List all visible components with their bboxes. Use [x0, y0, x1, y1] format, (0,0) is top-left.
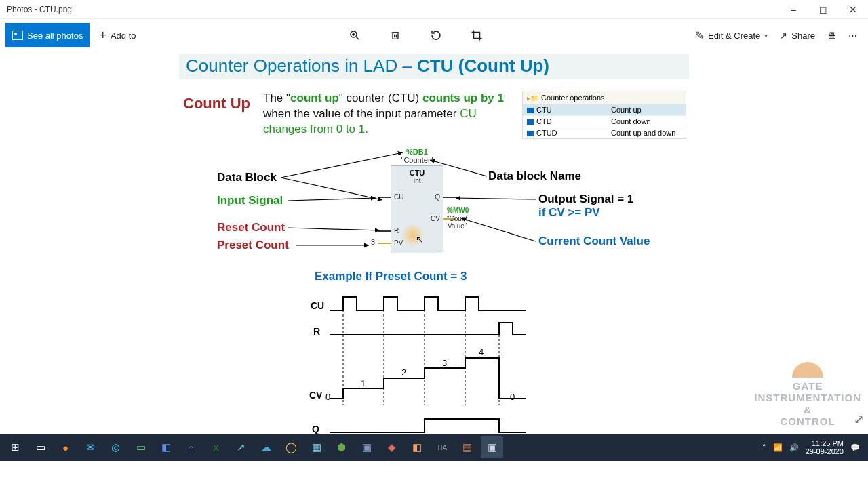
- ann-preset-count: Preset Count: [217, 239, 289, 252]
- legend-row-ctu: CTUCount up: [523, 104, 686, 116]
- edit-create-label: Edit & Create: [708, 30, 760, 41]
- svg-text:Q: Q: [312, 424, 319, 434]
- taskbar-app[interactable]: TIA: [431, 436, 453, 458]
- photos-toolbar: See all photos + Add to ✎ Edit & Create …: [0, 19, 868, 52]
- plus-icon: +: [99, 29, 106, 41]
- tray-clock[interactable]: 11:25 PM 29-09-2020: [806, 439, 844, 455]
- legend-row-ctud: CTUDCount up and down: [523, 127, 686, 138]
- slide-image: Counter Operations in LAD – CTU (Count U…: [179, 54, 689, 458]
- highlight-glow: [401, 223, 425, 247]
- taskbar-app[interactable]: ◯: [280, 436, 302, 458]
- tray-notifications-icon[interactable]: 💬: [850, 443, 860, 452]
- block-type: CTU: [391, 166, 443, 177]
- taskbar-app[interactable]: ◧: [406, 436, 428, 458]
- system-tray[interactable]: ˄ 📶 🔊 11:25 PM 29-09-2020 💬: [762, 439, 865, 455]
- svg-text:CV: CV: [309, 390, 323, 401]
- taskbar-app[interactable]: X: [205, 436, 227, 458]
- ann-db-name: Data block Name: [488, 169, 581, 183]
- taskbar-app[interactable]: ▣: [355, 436, 378, 458]
- ann-output-signal: Output Signal = 1: [538, 192, 633, 206]
- share-icon: ↗: [780, 30, 787, 41]
- windows-taskbar: ⊞ ▭ ● ✉ ◎ ▭ ◧ ⌂ X ↗ ☁ ◯ ▦ ⬢ ▣ ◆ ◧ TIA ▤ …: [0, 434, 868, 461]
- count-value-label: "Count Value": [447, 215, 467, 230]
- add-to-label: Add to: [111, 30, 136, 41]
- description-text: The "count up" counter (CTU) counts up b…: [263, 91, 514, 138]
- photos-icon: [12, 30, 23, 40]
- more-button[interactable]: ⋯: [848, 30, 857, 41]
- ctu-block: %DB1 "Counter" CTU Int CU Q CV %MW0 "Cou…: [380, 148, 454, 253]
- print-button[interactable]: 🖶: [827, 30, 836, 41]
- timing-diagram: CU R CV 0 1 2 3 4: [302, 290, 547, 453]
- svg-text:1: 1: [361, 378, 366, 388]
- edit-create-button[interactable]: ✎ Edit & Create ▾: [695, 29, 768, 42]
- tray-volume-icon[interactable]: 🔊: [789, 443, 799, 452]
- block-dtype: Int: [391, 177, 443, 184]
- crop-button[interactable]: [470, 28, 484, 42]
- minimize-button[interactable]: –: [778, 0, 808, 19]
- wand-icon: ✎: [695, 29, 704, 42]
- zoom-button[interactable]: [348, 28, 361, 42]
- pv-value: 3: [371, 238, 375, 246]
- pin-cv: CV: [431, 215, 440, 222]
- maximize-button[interactable]: ◻: [808, 0, 838, 19]
- svg-line-9: [281, 178, 382, 200]
- slide-title-prefix: Counter Operations in LAD –: [186, 56, 417, 76]
- fullscreen-icon[interactable]: ⤢: [854, 412, 864, 427]
- svg-text:CU: CU: [311, 300, 324, 311]
- start-button[interactable]: ⊞: [4, 436, 26, 458]
- taskbar-app[interactable]: ●: [54, 436, 77, 458]
- ann-data-block: Data Block: [217, 171, 277, 184]
- db-name: "Counter": [380, 156, 454, 164]
- legend-header: Counter operations: [541, 94, 605, 102]
- db-address: %DB1: [380, 148, 454, 156]
- close-button[interactable]: ✕: [838, 0, 868, 19]
- share-button[interactable]: ↗ Share: [780, 30, 815, 41]
- svg-text:R: R: [313, 326, 320, 337]
- taskbar-app[interactable]: ⌂: [180, 436, 202, 458]
- see-all-photos-button[interactable]: See all photos: [5, 23, 90, 47]
- taskbar-photos[interactable]: ▣: [481, 436, 503, 458]
- chevron-down-icon: ▾: [764, 32, 768, 39]
- svg-text:0: 0: [326, 392, 330, 402]
- mw0-label: %MW0: [447, 207, 469, 214]
- add-to-button[interactable]: + Add to: [99, 29, 136, 41]
- ann-reset-count: Reset Count: [217, 221, 285, 235]
- ann-output-cond: if CV >= PV: [538, 206, 600, 220]
- svg-text:4: 4: [479, 347, 484, 357]
- example-title: Example If Preset Count = 3: [315, 270, 467, 283]
- rotate-button[interactable]: [429, 28, 443, 42]
- tray-network-icon[interactable]: 📶: [773, 443, 783, 452]
- window-titlebar: Photos - CTU.png – ◻ ✕: [0, 0, 868, 19]
- taskbar-app[interactable]: ⬢: [330, 436, 353, 458]
- taskbar-app[interactable]: ▦: [305, 436, 328, 458]
- taskbar-app[interactable]: ◎: [104, 436, 127, 458]
- svg-line-11: [288, 228, 380, 230]
- counter-operations-table: ▸📁Counter operations CTUCount up CTDCoun…: [522, 91, 686, 139]
- taskbar-app[interactable]: ☁: [255, 436, 277, 458]
- ann-current-cv: Current Count Value: [538, 235, 650, 248]
- taskbar-app[interactable]: ✉: [79, 436, 102, 458]
- delete-button[interactable]: [389, 28, 402, 42]
- taskbar-app[interactable]: ▭: [130, 436, 152, 458]
- svg-rect-4: [393, 33, 398, 39]
- taskbar-app[interactable]: ▤: [456, 436, 478, 458]
- channel-watermark: GATE INSTRUMENTATION & CONTROL: [754, 362, 861, 427]
- share-label: Share: [791, 30, 815, 41]
- task-view-button[interactable]: ▭: [29, 436, 52, 458]
- taskbar-app[interactable]: ◧: [155, 436, 177, 458]
- svg-line-10: [288, 198, 376, 201]
- window-title: Photos - CTU.png: [7, 5, 72, 14]
- taskbar-app[interactable]: ◆: [380, 436, 403, 458]
- pin-q: Q: [435, 193, 440, 201]
- svg-text:3: 3: [442, 358, 447, 368]
- pin-r: R: [394, 227, 399, 235]
- svg-line-15: [461, 218, 536, 241]
- legend-row-ctd: CTDCount down: [523, 116, 686, 127]
- count-up-heading: Count Up: [183, 95, 250, 113]
- photo-viewport[interactable]: Counter Operations in LAD – CTU (Count U…: [0, 52, 868, 461]
- tray-chevron-icon[interactable]: ˄: [762, 443, 766, 452]
- ann-input-signal: Input Signal: [217, 194, 283, 207]
- slide-title-bold: CTU (Count Up): [417, 56, 549, 76]
- svg-text:0: 0: [510, 392, 515, 402]
- taskbar-app[interactable]: ↗: [230, 436, 252, 458]
